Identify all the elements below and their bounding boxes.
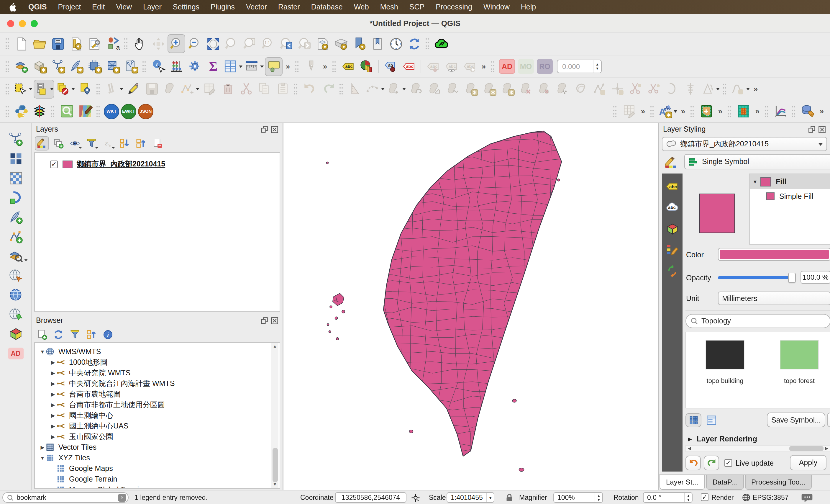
expand-icon[interactable]: ▶: [50, 434, 56, 440]
manage-map-themes-icon[interactable]: [68, 136, 82, 151]
toolbar-add-part[interactable]: [499, 80, 516, 98]
toolbar-new-map-view[interactable]: [314, 34, 331, 53]
toolbar-delete-ring[interactable]: [517, 80, 535, 98]
tab-datap-[interactable]: DataP...: [706, 475, 743, 490]
expand-icon[interactable]: ▶: [39, 444, 45, 450]
menu-project[interactable]: Project: [58, 3, 81, 11]
browser-item-國土測繪中心uas[interactable]: ▶國土測繪中心UAS: [35, 421, 263, 432]
symbol-tree-fill-row[interactable]: ▼ Fill: [750, 174, 830, 189]
browser-item-1000地形圖[interactable]: ▶1000地形圖: [35, 357, 263, 368]
masks-tab-icon[interactable]: abc: [665, 201, 679, 215]
toolbar-select-by-value[interactable]: [34, 80, 54, 98]
refresh-browser-icon[interactable]: [51, 327, 65, 342]
dock-digitizing-tools[interactable]: [8, 131, 24, 147]
toolbar-new-3d-map-view[interactable]: [332, 34, 350, 53]
toolbar-overflow-icon[interactable]: »: [479, 62, 488, 71]
toolbar-digitizing-ruler[interactable]: [346, 80, 364, 98]
view-3d-tab-icon[interactable]: [665, 222, 679, 236]
toolbar-trim-extend[interactable]: [681, 80, 699, 98]
toolbar-move-feature[interactable]: [386, 80, 407, 98]
collapse-icon[interactable]: ▼: [39, 455, 45, 461]
toolbar-overflow-icon[interactable]: »: [320, 62, 330, 71]
toolbar-layer-labeling[interactable]: abc: [339, 57, 357, 76]
browser-item-台南市農地範圍[interactable]: ▶台南市農地範圍: [35, 389, 263, 400]
dock-spatialite-plugin[interactable]: [8, 209, 24, 225]
toolbar-new-virtual-layer[interactable]: [86, 57, 103, 76]
toolbar-reshape-features[interactable]: [553, 80, 571, 98]
browser-item-中央研究院-wmts[interactable]: ▶中央研究院 WMTS: [35, 368, 263, 378]
menu-help[interactable]: Help: [521, 3, 536, 11]
opacity-slider-handle[interactable]: [788, 273, 796, 283]
browser-item-vector-tiles[interactable]: ▶Vector Tiles: [35, 442, 263, 453]
menu-view[interactable]: View: [116, 3, 132, 11]
toolbar-copy-features[interactable]: [255, 80, 273, 98]
toolbar-pin-labels[interactable]: ab: [382, 57, 400, 76]
opacity-slider[interactable]: [718, 276, 793, 279]
toolbar-annotations[interactable]: A: [657, 102, 678, 121]
toolbar-osm-place-search[interactable]: [58, 102, 75, 121]
scroll-up-icon[interactable]: ▲: [272, 343, 279, 350]
toolbar-profile-tool[interactable]: [772, 102, 789, 121]
browser-item-google-terrain[interactable]: Google Terrain: [35, 474, 263, 484]
expand-icon[interactable]: ▶: [50, 391, 56, 397]
symbol-tree-simplefill-row[interactable]: Simple Fill: [750, 189, 830, 203]
unit-selector[interactable]: Millimeters: [718, 291, 830, 305]
close-panel-icon[interactable]: [271, 317, 279, 324]
dock-globe-orange-plugin[interactable]: [8, 267, 24, 283]
save-symbol-button[interactable]: Save Symbol...: [767, 412, 825, 427]
dock-cube-3d-plugin[interactable]: [8, 326, 24, 342]
toolbar-zoom-full-extent[interactable]: [204, 34, 222, 53]
toolbar-new-print-layout[interactable]: [67, 34, 85, 53]
toolbar-merge-attributes[interactable]: [645, 80, 663, 98]
live-update-checkbox[interactable]: ✓: [725, 459, 732, 467]
toolbar-layer-diagram[interactable]: [357, 57, 375, 76]
dock-layers-search-plugin[interactable]: [8, 248, 24, 264]
coordinate-input[interactable]: 13250586,2546074: [335, 492, 407, 503]
toolbar-style-manager[interactable]: a: [104, 34, 122, 53]
toolbar-select-by-location[interactable]: [76, 80, 94, 98]
toolbar-data-source-manager[interactable]: [12, 57, 30, 76]
toolbar-db-style-manager[interactable]: [799, 102, 817, 121]
menu-qgis[interactable]: QGIS: [28, 3, 47, 11]
toolbar-open-attribute-table[interactable]: [222, 57, 243, 76]
dock-vector-nodes-plugin[interactable]: [8, 228, 24, 244]
toolbar-raster-tools[interactable]: [620, 102, 638, 121]
toolbar-field-calculator[interactable]: Σ: [204, 57, 222, 76]
toolbar-split-parts[interactable]: [608, 80, 626, 98]
expand-icon[interactable]: ▶: [50, 412, 56, 418]
dock-globe-green-plugin[interactable]: [8, 306, 24, 322]
toolbar-save-edits[interactable]: [143, 80, 160, 98]
toolbar-zoom-next[interactable]: [295, 34, 313, 53]
browser-item-mapzen-global-terrain[interactable]: Mapzen Global Terrain: [35, 484, 263, 489]
clear-search-icon[interactable]: ×: [118, 494, 126, 501]
toolbar-undo[interactable]: [301, 80, 319, 98]
toolbar-processing-toolbox[interactable]: [186, 57, 203, 76]
add-selected-layer-icon[interactable]: [35, 327, 49, 342]
layer-rendering-section[interactable]: ▶ Layer Rendering: [688, 434, 757, 443]
toolbar-change-label[interactable]: abc: [461, 57, 478, 76]
toolbar-redo[interactable]: [319, 80, 337, 98]
toolbar-scale-feature[interactable]: [425, 80, 443, 98]
close-panel-icon[interactable]: [818, 125, 826, 133]
toolbar-statistical-summary[interactable]: [167, 57, 185, 76]
float-panel-icon[interactable]: [261, 317, 268, 324]
toolbar-json-tool[interactable]: JSON: [138, 103, 153, 119]
browser-item-國土測繪中心[interactable]: ▶國土測繪中心: [35, 410, 263, 421]
toolbar-wkt-tool[interactable]: WKT: [104, 103, 119, 119]
toolbar-show-hide-labels[interactable]: abc: [442, 57, 460, 76]
toolbar-vertex-editor[interactable]: [730, 80, 751, 98]
toolbar-refresh-map[interactable]: [405, 34, 423, 53]
toolbar-badge-ad[interactable]: AD: [499, 59, 515, 74]
toolbar-new-gpx-layer[interactable]: [122, 57, 140, 76]
scroll-left-icon[interactable]: ◀: [686, 446, 693, 451]
toolbar-map-tips[interactable]: [265, 57, 283, 76]
toolbar-rotate-feature[interactable]: [407, 80, 425, 98]
scroll-right-icon[interactable]: ▶: [824, 446, 830, 451]
menu-plugins[interactable]: Plugins: [211, 3, 235, 11]
browser-item-xyz-tiles[interactable]: ▼XYZ Tiles: [35, 453, 263, 463]
symbol-topo-building[interactable]: topo building: [706, 341, 744, 384]
list-view-icon[interactable]: [706, 415, 717, 426]
menu-window[interactable]: Window: [483, 3, 510, 11]
toolbar-overflow-icon[interactable]: »: [678, 107, 688, 116]
toolbar-modify-attributes[interactable]: [200, 80, 218, 98]
